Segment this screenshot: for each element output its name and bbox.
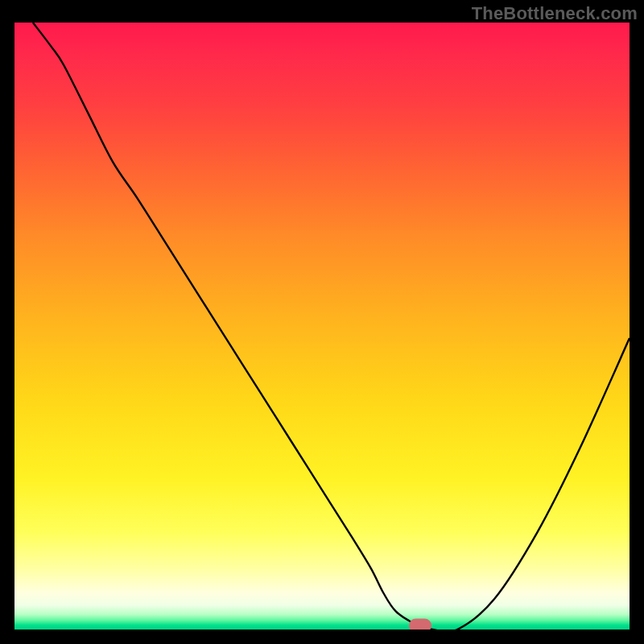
bottleneck-curve-svg [14,23,630,630]
plot-outer [14,23,630,630]
bottleneck-marker [409,618,431,630]
watermark-text: TheBottleneck.com [472,3,638,24]
plot-area [14,23,630,630]
chart-frame: TheBottleneck.com [0,0,644,644]
bottleneck-curve-path [33,23,630,630]
